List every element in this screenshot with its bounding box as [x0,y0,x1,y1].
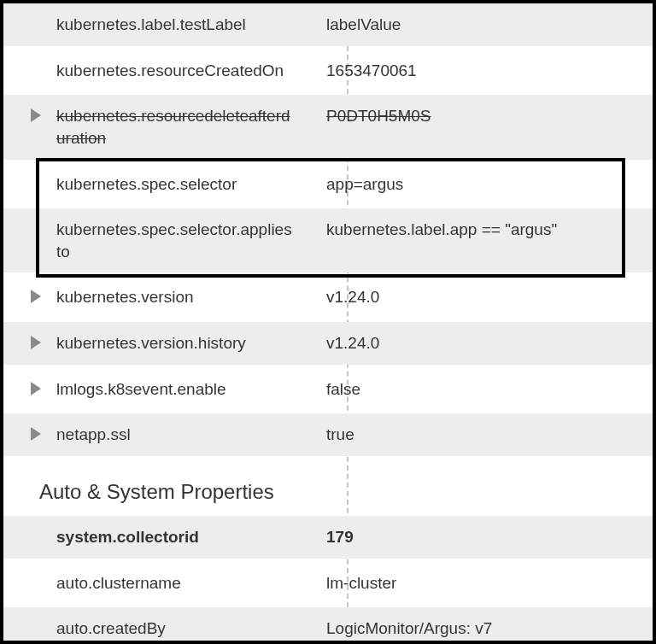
expand-icon[interactable] [31,336,41,349]
property-key: kubernetes.spec.selector [51,163,308,206]
property-value: v1.24.0 [308,276,653,319]
property-value: app=argus [308,163,653,206]
expand-icon[interactable] [31,382,41,395]
expand-column [3,95,51,122]
property-row: auto.createdByLogicMonitor/Argus: v7 [3,607,653,644]
property-row: kubernetes.spec.selectorapp=argus [3,163,653,206]
property-key: kubernetes.version.history [51,322,308,365]
expand-icon[interactable] [31,290,41,303]
property-value: 1653470061 [308,50,653,92]
expand-column [3,562,51,574]
expand-icon[interactable] [31,427,41,441]
property-row: kubernetes.spec.selector.appliestokubern… [3,208,653,272]
property-value: true [308,413,653,456]
property-key: auto.createdBy [51,607,308,644]
expand-column [3,413,51,441]
expand-column [3,208,51,220]
property-key: kubernetes.version [51,276,308,319]
property-value: kubernetes.label.app == "argus" [308,208,653,251]
property-row: kubernetes.resourcedeleteafterdurationP0… [3,95,653,159]
expand-column [3,607,51,619]
property-value: lm-cluster [308,562,653,605]
expand-column [3,322,51,349]
property-value: LogicMonitor/Argus: v7 [308,607,653,644]
property-value: labelValue [308,3,653,46]
expand-column [3,163,51,175]
expand-column [3,50,51,61]
property-row: system.collectorid179 [3,516,653,559]
expand-column [3,368,51,395]
property-key: system.collectorid [51,516,308,559]
property-value: 179 [308,516,653,559]
property-row: kubernetes.versionv1.24.0 [3,276,653,319]
property-row: kubernetes.label.testLabellabelValue [3,3,653,46]
expand-column [3,3,51,15]
property-value: v1.24.0 [308,322,653,365]
property-row: netapp.ssltrue [3,413,653,456]
expand-column [3,516,51,528]
section-title: Auto & System Properties [3,456,653,516]
property-row: kubernetes.resourceCreatedOn1653470061 [3,50,653,92]
property-key: lmlogs.k8sevent.enable [51,368,308,411]
property-value: false [308,368,653,411]
property-key: kubernetes.resourceCreatedOn [51,50,308,92]
property-row: kubernetes.version.historyv1.24.0 [3,322,653,365]
property-key: kubernetes.spec.selector.appliesto [51,208,308,272]
property-key: auto.clustername [51,562,308,605]
property-key: netapp.ssl [51,413,308,456]
property-value: P0DT0H5M0S [308,95,653,138]
property-key: kubernetes.label.testLabel [51,3,308,46]
expand-column [3,276,51,303]
property-row: lmlogs.k8sevent.enablefalse [3,368,653,411]
property-key: kubernetes.resourcedeleteafterduration [51,95,308,159]
property-row: auto.clusternamelm-cluster [3,562,653,605]
expand-icon[interactable] [31,108,41,122]
